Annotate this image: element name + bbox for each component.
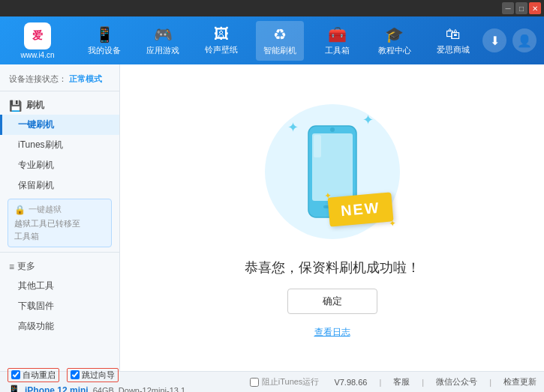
sparkle-icon-2: ✦ [362, 112, 374, 128]
content-area: ✦ ✦ NEW [120, 64, 544, 371]
maximize-button[interactable]: □ [515, 2, 527, 14]
flash-group-icon: 💾 [9, 100, 22, 112]
sidebar: 设备连接状态： 正常模式 💾 刷机 一键刷机 iTunes刷机 专业刷机 保留刷… [0, 64, 120, 371]
skip-wizard-label: 跳过向导 [82, 370, 115, 381]
auto-restart-label: 自动重启 [23, 370, 56, 381]
auto-restart-checkbox[interactable]: 自动重启 [8, 368, 59, 382]
jailbreak-label: 一键越狱 [29, 204, 62, 215]
nav-mall[interactable]: 🛍 爱思商城 [429, 21, 477, 60]
svg-point-3 [330, 127, 335, 132]
smart-shop-icon: ♻ [273, 25, 287, 43]
log-link[interactable]: 查看日志 [314, 326, 350, 339]
device-name: iPhone 12 mini [25, 385, 89, 393]
phone-illustration: ✦ ✦ NEW [257, 97, 407, 247]
wallpaper-icon: 🖼 [214, 25, 229, 43]
itunes-stop-label: 阻止iTunes运行 [262, 376, 320, 388]
user-button[interactable]: 👤 [512, 28, 536, 52]
success-area: ✦ ✦ NEW [245, 97, 420, 339]
sidebar-divider [0, 252, 119, 253]
toolbox-icon: 🧰 [328, 25, 347, 43]
itunes-stop-checkbox[interactable] [250, 378, 259, 387]
nav-smart-shop[interactable]: ♻ 智能刷机 [256, 21, 304, 61]
more-group-title: ≡ 更多 [0, 257, 119, 276]
download-button[interactable]: ⬇ [482, 28, 506, 52]
mall-icon: 🛍 [446, 25, 461, 43]
wechat-link[interactable]: 微信公众号 [436, 376, 477, 388]
header: 爱 www.i4.cn 📱 我的设备 🎮 应用游戏 🖼 铃声壁纸 ♻ 智能刷机 … [0, 16, 544, 64]
nav-tutorial-label: 教程中心 [378, 45, 411, 56]
bottom-left: 自动重启 跳过向导 📱 iPhone 12 mini 64GB Down-12m… [8, 368, 250, 393]
skip-wizard-checkbox[interactable]: 跳过向导 [67, 368, 119, 382]
logo[interactable]: 爱 www.i4.cn [8, 22, 68, 59]
notice-text: 越狱工具已转移至工具箱 [14, 217, 105, 242]
device-model: Down-12mini-13,1 [119, 386, 185, 393]
sidebar-item-other-tools[interactable]: 其他工具 [0, 276, 119, 296]
more-label: 更多 [17, 260, 35, 273]
status-label: 设备连接状态： [9, 74, 67, 83]
sidebar-item-save-data[interactable]: 保留刷机 [0, 175, 119, 196]
svg-rect-4 [314, 135, 321, 157]
tutorial-icon: 🎓 [385, 25, 404, 43]
sidebar-item-download-firmware[interactable]: 下载固件 [0, 296, 119, 316]
sidebar-item-advanced[interactable]: 高级功能 [0, 316, 119, 337]
sidebar-item-one-click[interactable]: 一键刷机 [0, 115, 119, 135]
sparkle-icon-1: ✦ [287, 119, 299, 136]
status-value: 正常模式 [69, 74, 102, 83]
nav-my-device-label: 我的设备 [88, 45, 121, 56]
logo-icon: 爱 [24, 22, 51, 49]
device-storage: 64GB [93, 386, 114, 393]
nav-toolbox[interactable]: 🧰 工具箱 [315, 21, 360, 61]
service-link[interactable]: 客服 [393, 376, 410, 388]
skip-wizard-input[interactable] [71, 370, 80, 379]
nav-wallpaper[interactable]: 🖼 铃声壁纸 [197, 21, 245, 60]
sidebar-item-pro[interactable]: 专业刷机 [0, 155, 119, 175]
apps-games-icon: 🎮 [154, 25, 173, 43]
bottom-right: V7.98.66 | 客服 | 微信公众号 | 检查更新 [334, 376, 536, 388]
nav-items: 📱 我的设备 🎮 应用游戏 🖼 铃声壁纸 ♻ 智能刷机 🧰 工具箱 🎓 教程中心… [75, 21, 482, 61]
flash-group-title: 💾 刷机 [0, 96, 119, 115]
nav-wallpaper-label: 铃声壁纸 [205, 44, 238, 55]
logo-text: www.i4.cn [20, 51, 54, 59]
nav-mall-label: 爱思商城 [437, 44, 470, 55]
device-section: 📱 iPhone 12 mini 64GB Down-12mini-13,1 [8, 385, 250, 393]
auto-restart-input[interactable] [11, 370, 20, 379]
more-icon: ≡ [9, 262, 14, 272]
my-device-icon: 📱 [95, 25, 114, 43]
version-label: V7.98.66 [334, 378, 367, 387]
minimize-button[interactable]: ─ [502, 2, 514, 14]
flash-group-label: 刷机 [26, 99, 44, 112]
jailbreak-notice: 🔒 一键越狱 越狱工具已转移至工具箱 [8, 199, 112, 247]
connection-status: 设备连接状态： 正常模式 [0, 70, 119, 91]
update-link[interactable]: 检查更新 [503, 376, 536, 388]
nav-smart-shop-label: 智能刷机 [263, 45, 296, 56]
nav-tutorial[interactable]: 🎓 教程中心 [371, 21, 419, 61]
bottom-bar: 自动重启 跳过向导 📱 iPhone 12 mini 64GB Down-12m… [0, 371, 544, 392]
titlebar: ─ □ ✕ [0, 0, 544, 16]
nav-toolbox-label: 工具箱 [325, 45, 350, 56]
phone-circle-bg: ✦ ✦ NEW [265, 104, 400, 239]
nav-apps-games[interactable]: 🎮 应用游戏 [139, 21, 187, 61]
lock-icon: 🔒 [14, 205, 26, 215]
main: 设备连接状态： 正常模式 💾 刷机 一键刷机 iTunes刷机 专业刷机 保留刷… [0, 64, 544, 371]
success-text: 恭喜您，保资料刷机成功啦！ [245, 259, 420, 277]
nav-my-device[interactable]: 📱 我的设备 [80, 21, 128, 61]
nav-apps-games-label: 应用游戏 [146, 45, 179, 56]
close-button[interactable]: ✕ [529, 2, 541, 14]
nav-right: ⬇ 👤 [482, 28, 536, 52]
sidebar-item-itunes[interactable]: iTunes刷机 [0, 135, 119, 155]
new-badge: NEW [327, 192, 393, 226]
device-icon: 📱 [8, 385, 20, 393]
confirm-button[interactable]: 确定 [287, 289, 377, 314]
itunes-stop[interactable]: 阻止iTunes运行 [250, 376, 320, 388]
